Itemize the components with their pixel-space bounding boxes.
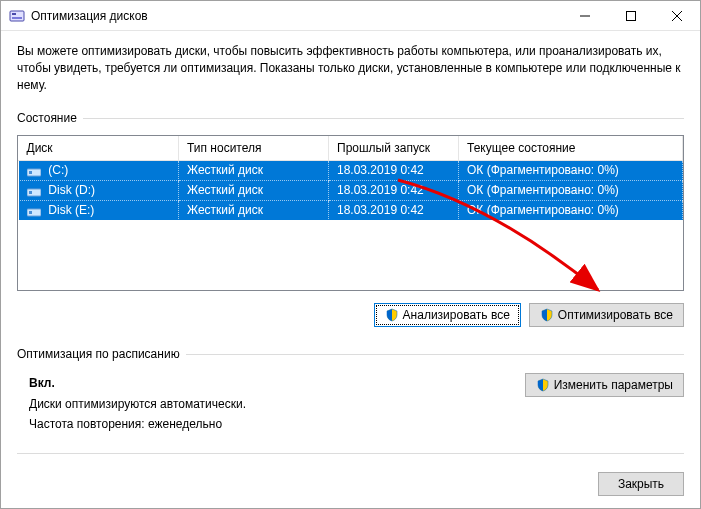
header-media[interactable]: Тип носителя: [179, 136, 329, 160]
maximize-icon: [626, 11, 636, 21]
intro-text: Вы можете оптимизировать диски, чтобы по…: [17, 43, 684, 93]
schedule-frequency: Частота повторения: еженедельно: [29, 414, 246, 434]
table-row[interactable]: (C:) Жесткий диск 18.03.2019 0:42 ОК (Фр…: [19, 160, 683, 180]
drive-name: Disk (E:): [48, 203, 94, 217]
header-lastrun[interactable]: Прошлый запуск: [329, 136, 459, 160]
svg-rect-4: [627, 11, 636, 20]
header-disk[interactable]: Диск: [19, 136, 179, 160]
shield-icon: [385, 308, 399, 322]
change-settings-button[interactable]: Изменить параметры: [525, 373, 684, 397]
svg-rect-1: [12, 13, 16, 15]
window: Оптимизация дисков Вы можете оптимизиров…: [0, 0, 701, 509]
optimize-label: Оптимизировать все: [558, 308, 673, 322]
minimize-icon: [580, 11, 590, 21]
table-row[interactable]: Disk (E:) Жесткий диск 18.03.2019 0:42 О…: [19, 200, 683, 220]
analyze-button[interactable]: Анализировать все: [374, 303, 521, 327]
svg-rect-10: [29, 191, 32, 194]
drive-icon: [27, 186, 41, 196]
drive-media: Жесткий диск: [179, 160, 329, 180]
svg-rect-12: [29, 211, 32, 214]
drive-name: Disk (D:): [48, 183, 95, 197]
minimize-button[interactable]: [562, 1, 608, 30]
analyze-label: Анализировать все: [403, 308, 510, 322]
drive-table: Диск Тип носителя Прошлый запуск Текущее…: [18, 136, 683, 221]
footer: Закрыть: [17, 453, 684, 496]
drive-lastrun: 18.03.2019 0:42: [329, 200, 459, 220]
titlebar: Оптимизация дисков: [1, 1, 700, 31]
drive-icon: [27, 166, 41, 176]
schedule-desc: Диски оптимизируются автоматически.: [29, 394, 246, 414]
app-icon: [9, 8, 25, 24]
drive-name: (C:): [48, 163, 68, 177]
window-controls: [562, 1, 700, 30]
table-row[interactable]: Disk (D:) Жесткий диск 18.03.2019 0:42 О…: [19, 180, 683, 200]
maximize-button[interactable]: [608, 1, 654, 30]
action-buttons: Анализировать все Оптимизировать все: [17, 303, 684, 327]
close-icon: [672, 11, 682, 21]
drive-status: ОК (Фрагментировано: 0%): [459, 160, 683, 180]
schedule-label-text: Оптимизация по расписанию: [17, 347, 180, 361]
shield-icon: [540, 308, 554, 322]
schedule-section-label: Оптимизация по расписанию: [17, 347, 684, 361]
content-area: Вы можете оптимизировать диски, чтобы по…: [1, 31, 700, 508]
drive-icon: [27, 206, 41, 216]
drive-status: ОК (Фрагментировано: 0%): [459, 180, 683, 200]
drive-media: Жесткий диск: [179, 200, 329, 220]
status-label-text: Состояние: [17, 111, 77, 125]
svg-rect-8: [29, 171, 32, 174]
drive-media: Жесткий диск: [179, 180, 329, 200]
change-settings-label: Изменить параметры: [554, 378, 673, 392]
drive-list[interactable]: Диск Тип носителя Прошлый запуск Текущее…: [17, 135, 684, 291]
drive-status: ОК (Фрагментировано: 0%): [459, 200, 683, 220]
svg-rect-0: [10, 11, 24, 21]
schedule-text: Вкл. Диски оптимизируются автоматически.…: [29, 373, 246, 434]
optimize-button[interactable]: Оптимизировать все: [529, 303, 684, 327]
table-header-row: Диск Тип носителя Прошлый запуск Текущее…: [19, 136, 683, 160]
header-status[interactable]: Текущее состояние: [459, 136, 683, 160]
schedule-block: Вкл. Диски оптимизируются автоматически.…: [17, 369, 684, 434]
drive-lastrun: 18.03.2019 0:42: [329, 180, 459, 200]
close-dialog-button[interactable]: Закрыть: [598, 472, 684, 496]
drive-lastrun: 18.03.2019 0:42: [329, 160, 459, 180]
schedule-status: Вкл.: [29, 373, 246, 393]
svg-rect-2: [12, 17, 22, 19]
close-button[interactable]: [654, 1, 700, 30]
status-section-label: Состояние: [17, 111, 684, 125]
shield-icon: [536, 378, 550, 392]
window-title: Оптимизация дисков: [31, 9, 562, 23]
